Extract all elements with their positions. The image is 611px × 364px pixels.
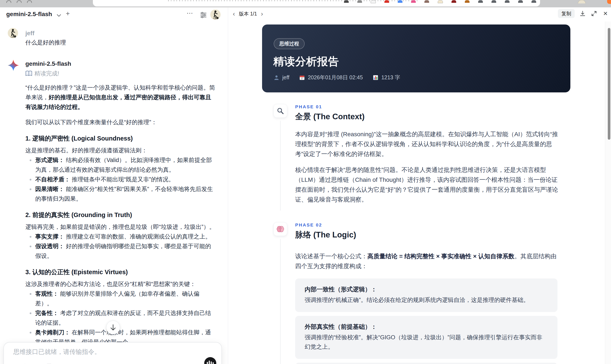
bullet-text: 推理建立在可靠的数据、准确的观测或公认的真理之上。 bbox=[66, 233, 211, 240]
user-message: 什么是好的推理 bbox=[25, 38, 216, 47]
leadin-paragraph: 我们可以从以下四个维度来衡量什么是“好的推理”： bbox=[25, 117, 216, 127]
phase-lead: 该论述基于一个核心公式：高质量结论 = 结构完整性 × 事实准确性 × 认知自律… bbox=[295, 251, 559, 271]
extension-icon[interactable] bbox=[438, 0, 443, 3]
section-bullets: 客观性： 能够识别并尽量排除个人偏见（如幸存者偏差、确认偏差）。 完备性： 考虑… bbox=[25, 289, 216, 347]
scrollbar-track[interactable] bbox=[605, 22, 611, 364]
list-item: 因果清晰： 能准确区分“相关性”和“因果关系”，不会轻率地将先后发生的事情归为因… bbox=[25, 184, 216, 204]
list-item: 假设透明： 好的推理会明确指明哪些是已知事实，哪些是基于可能的假设。 bbox=[25, 242, 216, 261]
phase-kicker: PHASE 02 bbox=[295, 222, 559, 228]
report-meta: jeff 17 2026年01月08日 02:45 1213 字 bbox=[274, 74, 570, 81]
bullet-dot-icon bbox=[30, 246, 31, 247]
model-selector[interactable]: gemini-2.5-flash bbox=[6, 11, 52, 18]
prev-version-button[interactable]: ‹ bbox=[232, 10, 236, 18]
extension-icon[interactable] bbox=[344, 0, 349, 3]
phase-title: 脉络 (The Logic) bbox=[295, 230, 559, 240]
extension-icon[interactable] bbox=[491, 0, 496, 3]
person-icon bbox=[274, 75, 279, 80]
bullet-label: 因果清晰： bbox=[35, 186, 64, 192]
list-item: 客观性： 能够识别并尽量排除个人偏见（如幸存者偏差、确认偏差）。 bbox=[25, 289, 216, 308]
chat-section: 3. 认知的公正性 (Epistemic Virtues) 这涉及推理者的心态和… bbox=[25, 268, 216, 347]
chat-panel: gemini-2.5-flash + ⋯ bbox=[0, 7, 228, 364]
phase-paragraph: 核心情境在于解决“思考的随意性”问题。不论是人类通过批判性思维进行决策，还是大语… bbox=[295, 165, 559, 205]
avatar[interactable] bbox=[210, 10, 221, 20]
timeline-connector bbox=[280, 239, 280, 364]
extension-icon[interactable] bbox=[411, 0, 416, 3]
more-options-button[interactable]: ⋯ bbox=[185, 9, 195, 17]
bullet-label: 客观性： bbox=[35, 290, 58, 297]
extension-icon[interactable] bbox=[505, 0, 509, 3]
bullet-dot-icon bbox=[30, 312, 31, 314]
composer-placeholder: 思维接口已就绪，请传输指令。 bbox=[13, 348, 101, 356]
extension-icon[interactable] bbox=[425, 0, 429, 3]
browser-profile-avatar[interactable] bbox=[578, 0, 586, 3]
bullet-dot-icon bbox=[30, 188, 31, 190]
extension-icon[interactable] bbox=[385, 0, 389, 3]
section-bullets: 事实支撑： 推理建立在可靠的数据、准确的观测或公认的真理之上。 假设透明： 好的… bbox=[25, 232, 216, 261]
magnifier-icon bbox=[273, 104, 287, 118]
screen: gemini-2.5-flash + ⋯ bbox=[0, 0, 611, 364]
extension-icon[interactable] bbox=[371, 0, 376, 3]
phase-paragraph: 本内容是对“推理 (Reasoning)”这一抽象概念的高层建模。在知识爆炸与人… bbox=[295, 129, 559, 159]
section-heading: 1. 逻辑的严密性 (Logical Soundness) bbox=[25, 134, 216, 143]
version-label: 版本 1/1 bbox=[239, 11, 257, 17]
artifact-panel: ‹ 版本 1/1 › 复制 ✕ bbox=[228, 7, 611, 364]
bar-chart-icon bbox=[373, 75, 378, 80]
next-version-button[interactable]: › bbox=[260, 10, 264, 18]
list-item: 完备性： 考虑了对立的观点和潜在的反证，而不是只选择支持自己结论的证据。 bbox=[25, 308, 216, 328]
new-chat-button[interactable]: + bbox=[65, 10, 71, 18]
extension-icon[interactable] bbox=[478, 0, 483, 3]
browser-toolbar bbox=[0, 0, 611, 7]
artifact-content[interactable]: 思维过程 精读分析报告 jeff 17 2026年01月08日 02:45 bbox=[228, 22, 605, 364]
extension-icon[interactable] bbox=[465, 0, 469, 3]
bullet-label: 不自相矛盾： bbox=[35, 176, 70, 183]
report-datetime: 2026年01月08日 02:45 bbox=[308, 74, 363, 81]
assistant-name: gemini-2.5-flash bbox=[25, 59, 216, 68]
arrow-down-icon bbox=[110, 324, 116, 331]
phase-kicker: PHASE 01 bbox=[295, 104, 559, 110]
window-corner-decoration bbox=[607, 0, 611, 4]
chat-header: gemini-2.5-flash + ⋯ bbox=[0, 7, 228, 23]
report-hero-card: 思维过程 精读分析报告 jeff 17 2026年01月08日 02:45 bbox=[262, 25, 570, 92]
bullet-label: 假设透明： bbox=[35, 243, 64, 249]
bullet-label: 完备性： bbox=[35, 310, 58, 316]
dimension-card: 内部一致性（形式逻辑）： 强调推理的“机械正确”。结论必须在给定的规则系统内逻辑… bbox=[295, 278, 558, 312]
user-name: jeff bbox=[25, 29, 216, 38]
scroll-to-bottom-button[interactable] bbox=[106, 321, 120, 334]
extension-icon[interactable] bbox=[531, 0, 536, 3]
download-icon[interactable] bbox=[579, 10, 586, 17]
waveform-icon bbox=[207, 362, 208, 364]
sparkle-tools-button[interactable] bbox=[31, 363, 39, 364]
section-heading: 3. 认知的公正性 (Epistemic Virtues) bbox=[25, 268, 216, 276]
close-icon[interactable]: ✕ bbox=[602, 10, 609, 17]
bullet-dot-icon bbox=[30, 332, 31, 334]
scrollbar-thumb[interactable] bbox=[608, 28, 610, 140]
section-bullets: 形式逻辑： 结构必须有效（Valid）。比如演绎推理中，如果前提全部为真，那么通… bbox=[25, 155, 216, 204]
copy-button[interactable]: 复制 bbox=[558, 9, 575, 18]
assistant-status: 精读完成! bbox=[25, 69, 216, 78]
extension-icon[interactable] bbox=[452, 0, 456, 3]
calendar-icon: 17 bbox=[299, 75, 305, 80]
expand-icon[interactable] bbox=[591, 10, 598, 17]
extension-icon[interactable] bbox=[518, 0, 523, 3]
brain-icon bbox=[273, 222, 287, 236]
extension-icon[interactable] bbox=[398, 0, 402, 3]
dimension-card: 主体伦理（认识美德）： 转向推理者的心理特征。引入奥卡姆剃刀和反向论证，旨在克服… bbox=[295, 363, 558, 364]
tune-settings-icon[interactable] bbox=[199, 11, 207, 19]
timeline-connector bbox=[280, 121, 280, 211]
bookmark-button[interactable] bbox=[45, 363, 53, 364]
text: 该论述基于一个核心公式： bbox=[295, 253, 367, 260]
browser-extensions[interactable] bbox=[344, 0, 536, 3]
bullet-label: 形式逻辑： bbox=[35, 157, 64, 163]
report-author: jeff bbox=[282, 74, 289, 81]
message-composer[interactable]: 思维接口已就绪，请传输指令。 + bbox=[3, 342, 222, 364]
voice-input-button[interactable] bbox=[204, 357, 216, 364]
browser-nav-icons[interactable] bbox=[6, 0, 32, 3]
list-item: 不自相矛盾： 推理链条中不能出现“既是又非”的情况。 bbox=[25, 175, 216, 184]
card-title: 外部真实性（前提基础）： bbox=[305, 323, 548, 331]
phase-paragraphs: 本内容是对“推理 (Reasoning)”这一抽象概念的高层建模。在知识爆炸与人… bbox=[295, 129, 559, 205]
extension-icon[interactable] bbox=[357, 0, 362, 3]
bullet-text: 能够识别并尽量排除个人偏见（如幸存者偏差、确认偏差）。 bbox=[35, 290, 199, 307]
chevron-down-icon[interactable] bbox=[56, 14, 62, 17]
chat-message-list[interactable]: jeff 什么是好的推理 gemini-2.5-flash 精读完成! “什么是… bbox=[0, 23, 228, 364]
report-word-count: 1213 字 bbox=[381, 74, 400, 81]
